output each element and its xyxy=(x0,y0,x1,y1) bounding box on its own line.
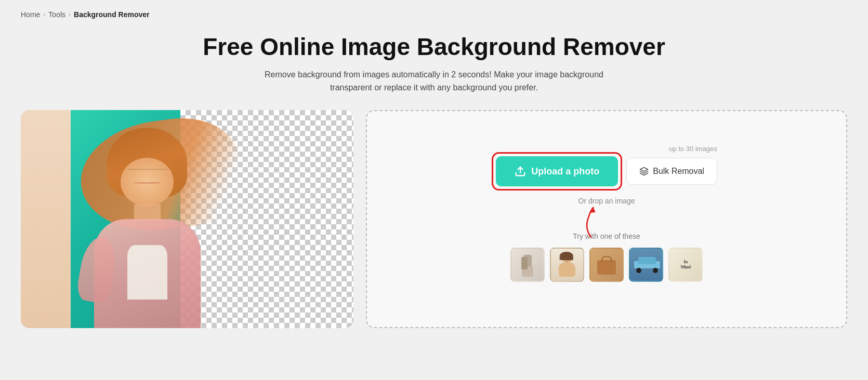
bulk-removal-button[interactable]: Bulk Removal xyxy=(626,158,717,185)
sample-thumb-woman[interactable] xyxy=(550,248,584,282)
layers-icon xyxy=(639,167,649,176)
page-wrapper: Home › Tools › Background Remover Free O… xyxy=(0,0,868,354)
upload-icon xyxy=(515,166,526,177)
bulk-limit-text: up to 30 images xyxy=(669,145,717,153)
sample-thumb-cosmetics[interactable] xyxy=(510,248,545,282)
bg-left xyxy=(21,110,74,328)
page-title: Free Online Image Background Remover xyxy=(21,33,847,61)
preview-container xyxy=(21,110,353,328)
try-section: Try with one of these xyxy=(383,232,831,282)
breadcrumb-tools[interactable]: Tools xyxy=(48,10,65,19)
hero-subtitle: Remove background from images automatica… xyxy=(252,68,616,94)
upload-zone[interactable]: up to 30 images Upload a photo xyxy=(366,110,847,328)
arrow-annotation xyxy=(575,203,607,241)
breadcrumb-current: Background Remover xyxy=(74,10,149,19)
preview-image xyxy=(21,110,353,328)
breadcrumb-sep-2: › xyxy=(69,11,71,18)
upload-photo-button[interactable]: Upload a photo xyxy=(496,156,618,186)
smile-hint xyxy=(134,182,161,184)
arrow-svg xyxy=(575,203,607,239)
sample-images: InMind xyxy=(383,248,831,282)
svg-marker-1 xyxy=(640,168,648,172)
hero-section: Free Online Image Background Remover Rem… xyxy=(21,33,847,94)
bulk-btn-label: Bulk Removal xyxy=(653,167,704,176)
try-label: Try with one of these xyxy=(383,232,831,240)
sample-thumb-bag[interactable] xyxy=(589,248,624,282)
main-content: up to 30 images Upload a photo xyxy=(21,110,847,333)
upload-buttons-row: up to 30 images Upload a photo xyxy=(496,156,717,186)
sample-thumb-car[interactable] xyxy=(629,248,663,282)
breadcrumb-home[interactable]: Home xyxy=(21,10,40,19)
breadcrumb-sep-1: › xyxy=(43,11,45,18)
upload-btn-label: Upload a photo xyxy=(531,166,599,177)
shirt xyxy=(127,245,167,300)
breadcrumb: Home › Tools › Background Remover xyxy=(21,10,847,19)
upload-btn-wrapper: Upload a photo xyxy=(496,156,618,186)
sample-thumb-text[interactable]: InMind xyxy=(668,248,703,282)
